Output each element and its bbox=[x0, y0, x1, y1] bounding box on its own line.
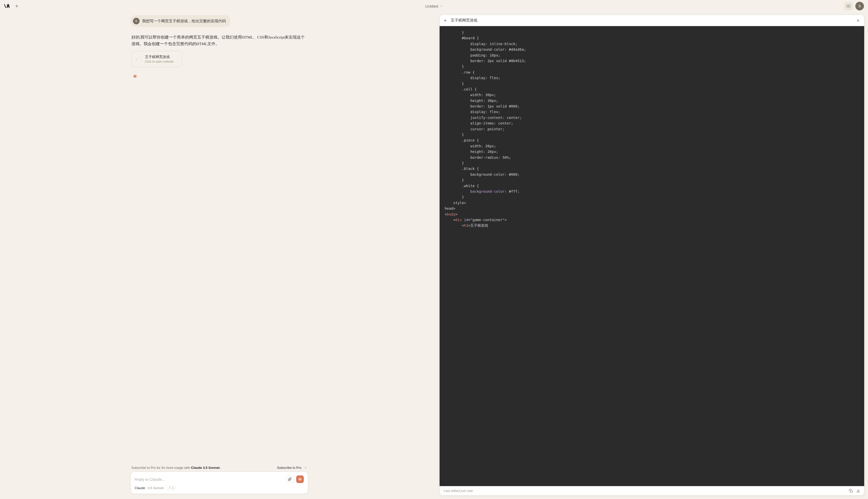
chat-input-box: Claude 3.5 Sonnet 1 bbox=[130, 472, 308, 494]
stop-icon bbox=[298, 477, 302, 481]
generating-indicator bbox=[131, 73, 139, 81]
chevron-down-icon bbox=[440, 4, 443, 8]
download-icon bbox=[856, 489, 860, 493]
svg-point-3 bbox=[169, 487, 170, 488]
artifact-close-button[interactable] bbox=[856, 19, 860, 23]
svg-point-0 bbox=[136, 58, 137, 60]
artifact-pane: 五子棋网页游戏 } #board { display: inline-block… bbox=[438, 12, 868, 499]
promo-bar: Subscribe to Pro for 5x more usage with … bbox=[130, 466, 308, 472]
artifact-status: Last edited just now bbox=[444, 489, 473, 493]
artifact-title: 五子棋网页游戏 bbox=[451, 18, 477, 23]
close-icon bbox=[856, 19, 860, 23]
chat-input[interactable] bbox=[135, 477, 284, 482]
arrow-left-icon bbox=[444, 19, 448, 23]
assistant-message: 好的,我可以帮你创建一个简单的网页五子棋游戏。让我们使用HTML、CSS和Jav… bbox=[130, 34, 308, 81]
stop-button[interactable] bbox=[296, 475, 304, 483]
chat-title-dropdown[interactable]: Untitled bbox=[425, 4, 443, 8]
user-avatar[interactable]: S bbox=[855, 2, 864, 10]
chat-pane: S 我想写一个网页五子棋游戏，给出完整的实现代码 好的,我可以帮你创建一个简单的… bbox=[0, 12, 438, 499]
promo-text: Subscribe to Pro for 5x more usage with … bbox=[131, 466, 221, 470]
attach-button[interactable] bbox=[286, 475, 294, 483]
paperclip-icon bbox=[288, 477, 292, 481]
user-message: S 我想写一个网页五子棋游戏，给出完整的实现代码 bbox=[130, 15, 230, 27]
artifact-card-subtitle: Click to open website bbox=[145, 60, 174, 63]
app-header: Untitled S bbox=[0, 0, 868, 12]
message-count-badge: 1 bbox=[166, 486, 176, 490]
person-icon bbox=[168, 487, 171, 489]
code-editor[interactable]: } #board { display: inline-block; backgr… bbox=[440, 26, 864, 486]
sliders-icon bbox=[846, 4, 851, 8]
artifact-header: 五子棋网页游戏 bbox=[440, 15, 864, 26]
artifact-back-button[interactable] bbox=[444, 19, 448, 23]
copy-icon bbox=[849, 489, 853, 493]
assistant-message-text: 好的,我可以帮你创建一个简单的网页五子棋游戏。让我们使用HTML、CSS和Jav… bbox=[131, 34, 307, 47]
model-version: 3.5 Sonnet bbox=[148, 486, 164, 490]
artifact-card[interactable]: 五子棋网页游戏 Click to open website bbox=[131, 51, 182, 67]
starburst-icon bbox=[131, 73, 139, 81]
artifact-card-title: 五子棋网页游戏 bbox=[145, 55, 174, 59]
artifact-footer: Last edited just now bbox=[440, 486, 864, 495]
svg-rect-2 bbox=[299, 479, 300, 480]
logo[interactable] bbox=[4, 3, 10, 9]
settings-button[interactable] bbox=[844, 2, 853, 10]
model-selector[interactable]: Claude 3.5 Sonnet 1 bbox=[135, 486, 304, 490]
user-message-avatar: S bbox=[133, 18, 140, 24]
subscribe-link[interactable]: Subscribe to Pro bbox=[277, 466, 301, 470]
loading-spinner-icon bbox=[136, 56, 141, 62]
model-name: Claude bbox=[135, 486, 145, 490]
promo-close-button[interactable] bbox=[304, 466, 307, 469]
close-icon bbox=[304, 466, 307, 469]
new-chat-button[interactable] bbox=[14, 3, 20, 9]
svg-rect-4 bbox=[851, 490, 853, 492]
user-message-text: 我想写一个网页五子棋游戏，给出完整的实现代码 bbox=[142, 19, 226, 24]
download-button[interactable] bbox=[856, 489, 860, 493]
copy-button[interactable] bbox=[849, 489, 853, 493]
chat-title: Untitled bbox=[425, 4, 438, 8]
